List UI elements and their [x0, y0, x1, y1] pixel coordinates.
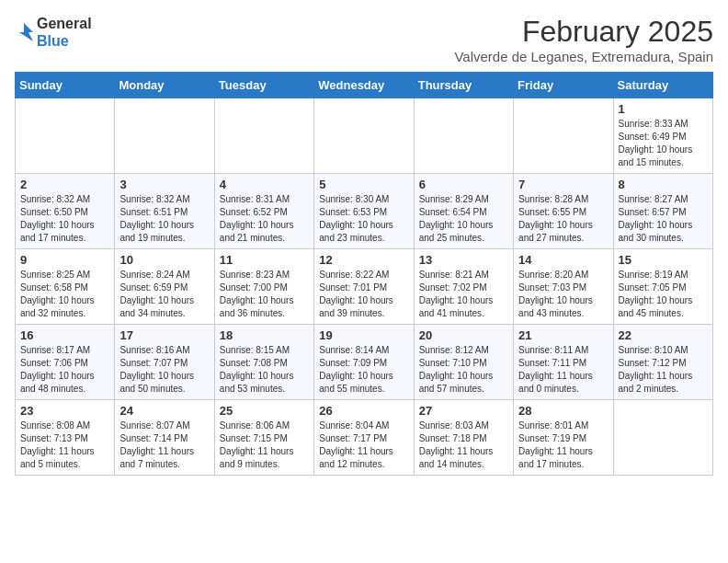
calendar-cell: 15Sunrise: 8:19 AM Sunset: 7:05 PM Dayli… [613, 249, 712, 325]
day-info: Sunrise: 8:08 AM Sunset: 7:13 PM Dayligh… [20, 419, 109, 471]
day-info: Sunrise: 8:33 AM Sunset: 6:49 PM Dayligh… [619, 118, 708, 169]
calendar-cell: 14Sunrise: 8:20 AM Sunset: 7:03 PM Dayli… [514, 249, 613, 325]
day-number: 11 [220, 253, 309, 267]
month-title: February 2025 [454, 15, 713, 49]
calendar-cell [16, 98, 115, 174]
day-info: Sunrise: 8:20 AM Sunset: 7:03 PM Dayligh… [518, 269, 608, 320]
col-header-friday: Friday [514, 73, 613, 98]
day-number: 5 [319, 178, 408, 191]
day-info: Sunrise: 8:10 AM Sunset: 7:12 PM Dayligh… [619, 344, 708, 396]
calendar-cell: 19Sunrise: 8:14 AM Sunset: 7:09 PM Dayli… [314, 325, 414, 400]
day-number: 3 [119, 178, 209, 191]
calendar-cell: 28Sunrise: 8:01 AM Sunset: 7:19 PM Dayli… [514, 400, 613, 476]
day-number: 18 [220, 328, 309, 342]
calendar-cell [613, 400, 712, 476]
day-info: Sunrise: 8:29 AM Sunset: 6:54 PM Dayligh… [419, 193, 508, 245]
calendar-cell: 10Sunrise: 8:24 AM Sunset: 6:59 PM Dayli… [115, 249, 214, 325]
calendar-cell: 3Sunrise: 8:32 AM Sunset: 6:51 PM Daylig… [115, 174, 214, 249]
day-number: 26 [319, 404, 408, 418]
day-number: 23 [20, 404, 109, 418]
calendar-cell: 17Sunrise: 8:16 AM Sunset: 7:07 PM Dayli… [115, 325, 214, 400]
location-subtitle: Valverde de Leganes, Extremadura, Spain [454, 49, 713, 64]
col-header-thursday: Thursday [414, 73, 513, 98]
calendar-cell: 13Sunrise: 8:21 AM Sunset: 7:02 PM Dayli… [414, 249, 513, 325]
day-info: Sunrise: 8:32 AM Sunset: 6:51 PM Dayligh… [119, 193, 209, 245]
calendar-cell: 23Sunrise: 8:08 AM Sunset: 7:13 PM Dayli… [16, 400, 115, 476]
day-number: 25 [220, 404, 309, 418]
calendar-cell: 26Sunrise: 8:04 AM Sunset: 7:17 PM Dayli… [314, 400, 414, 476]
title-area: February 2025 Valverde de Leganes, Extre… [454, 15, 713, 64]
day-number: 19 [319, 328, 408, 342]
day-info: Sunrise: 8:06 AM Sunset: 7:15 PM Dayligh… [220, 419, 309, 471]
day-info: Sunrise: 8:30 AM Sunset: 6:53 PM Dayligh… [319, 193, 408, 245]
day-number: 8 [619, 178, 708, 191]
day-info: Sunrise: 8:28 AM Sunset: 6:55 PM Dayligh… [518, 193, 608, 245]
day-number: 27 [419, 404, 508, 418]
calendar-week-row: 9Sunrise: 8:25 AM Sunset: 6:58 PM Daylig… [16, 249, 713, 325]
day-number: 1 [619, 102, 708, 116]
day-number: 7 [518, 178, 608, 191]
day-info: Sunrise: 8:14 AM Sunset: 7:09 PM Dayligh… [319, 344, 408, 396]
calendar-cell: 20Sunrise: 8:12 AM Sunset: 7:10 PM Dayli… [414, 325, 513, 400]
calendar-cell: 6Sunrise: 8:29 AM Sunset: 6:54 PM Daylig… [414, 174, 513, 249]
calendar-table: SundayMondayTuesdayWednesdayThursdayFrid… [15, 72, 713, 476]
calendar-cell: 8Sunrise: 8:27 AM Sunset: 6:57 PM Daylig… [613, 174, 712, 249]
day-info: Sunrise: 8:16 AM Sunset: 7:07 PM Dayligh… [119, 344, 209, 396]
day-info: Sunrise: 8:21 AM Sunset: 7:02 PM Dayligh… [419, 269, 508, 320]
calendar-cell: 2Sunrise: 8:32 AM Sunset: 6:50 PM Daylig… [16, 174, 115, 249]
day-number: 20 [419, 328, 508, 342]
day-number: 4 [220, 178, 309, 191]
day-number: 10 [119, 253, 209, 267]
calendar-cell: 24Sunrise: 8:07 AM Sunset: 7:14 PM Dayli… [115, 400, 214, 476]
day-info: Sunrise: 8:19 AM Sunset: 7:05 PM Dayligh… [619, 269, 708, 320]
header: GeneralBlue February 2025 Valverde de Le… [15, 15, 713, 64]
calendar-cell [115, 98, 214, 174]
calendar-cell: 22Sunrise: 8:10 AM Sunset: 7:12 PM Dayli… [613, 325, 712, 400]
day-number: 15 [619, 253, 708, 267]
day-info: Sunrise: 8:03 AM Sunset: 7:18 PM Dayligh… [419, 419, 508, 471]
day-info: Sunrise: 8:24 AM Sunset: 6:59 PM Dayligh… [119, 269, 209, 320]
day-info: Sunrise: 8:15 AM Sunset: 7:08 PM Dayligh… [220, 344, 309, 396]
calendar-cell: 12Sunrise: 8:22 AM Sunset: 7:01 PM Dayli… [314, 249, 414, 325]
calendar-cell: 18Sunrise: 8:15 AM Sunset: 7:08 PM Dayli… [214, 325, 313, 400]
calendar-cell: 4Sunrise: 8:31 AM Sunset: 6:52 PM Daylig… [214, 174, 313, 249]
day-info: Sunrise: 8:27 AM Sunset: 6:57 PM Dayligh… [619, 193, 708, 245]
calendar-cell: 1Sunrise: 8:33 AM Sunset: 6:49 PM Daylig… [613, 98, 712, 174]
calendar-week-row: 2Sunrise: 8:32 AM Sunset: 6:50 PM Daylig… [16, 174, 713, 249]
day-info: Sunrise: 8:25 AM Sunset: 6:58 PM Dayligh… [20, 269, 109, 320]
day-number: 12 [319, 253, 408, 267]
calendar-week-row: 23Sunrise: 8:08 AM Sunset: 7:13 PM Dayli… [16, 400, 713, 476]
day-number: 16 [20, 328, 109, 342]
day-number: 17 [119, 328, 209, 342]
calendar-cell: 21Sunrise: 8:11 AM Sunset: 7:11 PM Dayli… [514, 325, 613, 400]
calendar-cell [514, 98, 613, 174]
day-number: 9 [20, 253, 109, 267]
col-header-tuesday: Tuesday [214, 73, 313, 98]
day-number: 2 [20, 178, 109, 191]
calendar-cell: 16Sunrise: 8:17 AM Sunset: 7:06 PM Dayli… [16, 325, 115, 400]
svg-marker-0 [19, 23, 33, 41]
calendar-cell: 11Sunrise: 8:23 AM Sunset: 7:00 PM Dayli… [214, 249, 313, 325]
calendar-cell: 9Sunrise: 8:25 AM Sunset: 6:58 PM Daylig… [16, 249, 115, 325]
calendar-cell: 7Sunrise: 8:28 AM Sunset: 6:55 PM Daylig… [514, 174, 613, 249]
day-number: 22 [619, 328, 708, 342]
calendar-cell: 25Sunrise: 8:06 AM Sunset: 7:15 PM Dayli… [214, 400, 313, 476]
day-info: Sunrise: 8:17 AM Sunset: 7:06 PM Dayligh… [20, 344, 109, 396]
day-number: 14 [518, 253, 608, 267]
day-info: Sunrise: 8:07 AM Sunset: 7:14 PM Dayligh… [119, 419, 209, 471]
day-info: Sunrise: 8:11 AM Sunset: 7:11 PM Dayligh… [518, 344, 608, 396]
day-number: 13 [419, 253, 508, 267]
col-header-sunday: Sunday [16, 73, 115, 98]
col-header-wednesday: Wednesday [314, 73, 414, 98]
calendar-cell: 5Sunrise: 8:30 AM Sunset: 6:53 PM Daylig… [314, 174, 414, 249]
day-number: 28 [518, 404, 608, 418]
day-info: Sunrise: 8:32 AM Sunset: 6:50 PM Dayligh… [20, 193, 109, 245]
day-number: 21 [518, 328, 608, 342]
day-info: Sunrise: 8:12 AM Sunset: 7:10 PM Dayligh… [419, 344, 508, 396]
calendar-cell [414, 98, 513, 174]
day-info: Sunrise: 8:01 AM Sunset: 7:19 PM Dayligh… [518, 419, 608, 471]
calendar-cell [214, 98, 313, 174]
calendar-header-row: SundayMondayTuesdayWednesdayThursdayFrid… [16, 73, 713, 98]
col-header-saturday: Saturday [613, 73, 712, 98]
day-number: 6 [419, 178, 508, 191]
